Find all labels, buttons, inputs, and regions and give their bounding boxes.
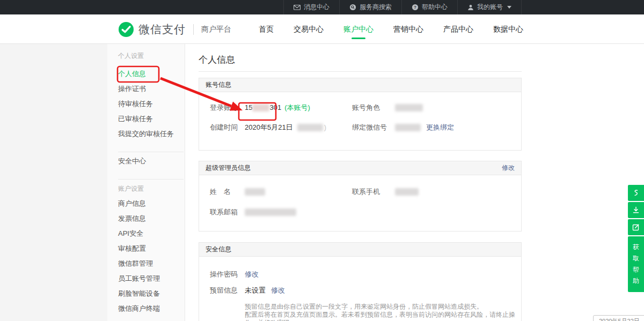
envelope-icon: [294, 4, 301, 11]
date-badge: 2020年5月22日: [593, 315, 644, 321]
nav-transaction-center[interactable]: 交易中心: [294, 25, 324, 34]
main-content: 个人信息 账号信息 登录账号 15301 (本账号) 账号角色: [186, 44, 644, 321]
topbar-item-help-center[interactable]: ? 帮助中心: [401, 0, 457, 14]
topbar-item-label: 服务商搜索: [360, 3, 392, 12]
admin-info-header: 超级管理员信息 修改: [199, 161, 521, 175]
brand-name: 微信支付: [138, 22, 186, 37]
topbar-item-label: 我的账号: [477, 3, 503, 12]
sidebar-item-my-submitted-tasks[interactable]: 我提交的审核任务: [118, 126, 185, 141]
reserve-edit-link[interactable]: 修改: [271, 286, 285, 295]
page-body: 个人设置 个人信息 操作证书 待审核任务 已审核任务 我提交的审核任务 安全中心…: [0, 44, 644, 321]
security-info-body: 操作密码 修改 预留信息 未设置 修改 预留信息是由你自己设置的一段文字，用来鉴…: [199, 257, 521, 321]
svg-text:?: ?: [414, 5, 416, 10]
contact-email-label: 联系邮箱: [210, 207, 245, 217]
sidebar-item-face-smart-devices[interactable]: 刷脸智能设备: [118, 286, 185, 301]
nav-product-center[interactable]: 产品中心: [443, 25, 473, 34]
reserve-info-label: 预留信息: [210, 286, 245, 295]
user-icon: [467, 4, 474, 11]
operation-password-label: 操作密码: [210, 270, 245, 279]
sidebar-item-wechat-group-management[interactable]: 微信群管理: [118, 256, 185, 271]
chevron-down-icon: [507, 6, 511, 9]
admin-edit-link[interactable]: 修改: [502, 163, 515, 173]
current-account-tag: (本账号): [284, 103, 310, 113]
topbar-item-my-account[interactable]: 我的账号: [457, 0, 522, 14]
topbar-menu: 消息中心 服务商搜索 ? 帮助中心 我的账号: [283, 0, 522, 14]
portal-name: 商户平台: [201, 25, 231, 34]
redacted-email: [245, 208, 296, 216]
redacted-login-middle: [252, 104, 269, 111]
redacted-name: [245, 188, 265, 196]
left-gutter: [0, 44, 107, 321]
header: 微信支付 商户平台 首页 交易中心 账户中心 营销中心 产品中心 数据中心: [0, 14, 644, 44]
redacted-phone: [395, 188, 419, 196]
topbar-item-label: 帮助中心: [422, 3, 448, 12]
login-account-value: 15301: [245, 103, 281, 111]
question-icon: ?: [412, 4, 419, 11]
admin-info-body: 姓 名 联系手机 联系邮箱: [199, 175, 521, 231]
page-title: 个人信息: [199, 54, 644, 65]
brand-separator: [193, 24, 194, 35]
topbar: 消息中心 服务商搜索 ? 帮助中心 我的账号: [0, 0, 644, 14]
sidebar-item-pending-review-tasks[interactable]: 待审核任务: [118, 96, 185, 111]
sidebar-group-personal-settings: 个人设置: [118, 51, 185, 60]
search-icon: [349, 4, 356, 11]
get-help-button[interactable]: 获取帮助: [628, 236, 644, 292]
download-icon: [632, 206, 640, 214]
sidebar-item-reviewed-tasks[interactable]: 已审核任务: [118, 111, 185, 126]
created-time-value: 2020年5月21日): [245, 123, 326, 132]
nav-home[interactable]: 首页: [259, 25, 274, 34]
name-label: 姓 名: [210, 187, 245, 197]
rebind-link[interactable]: 更换绑定: [426, 123, 454, 132]
s-curve-icon: [632, 189, 640, 197]
sidebar-item-staff-account-management[interactable]: 员工账号管理: [118, 271, 185, 286]
feedback-button[interactable]: [628, 219, 644, 235]
sidebar-item-api-security[interactable]: API安全: [118, 226, 185, 241]
nav-data-center[interactable]: 数据中心: [493, 25, 523, 34]
sidebar-item-security-center[interactable]: 安全中心: [118, 154, 185, 169]
sidebar-item-merchant-info[interactable]: 商户信息: [118, 196, 185, 211]
bound-wechat-label: 绑定微信号: [352, 123, 395, 132]
contact-phone-label: 联系手机: [352, 187, 395, 197]
sidebar-item-wechat-merchant-terminal[interactable]: 微信商户终端: [118, 301, 185, 316]
admin-info-section: 超级管理员信息 修改 姓 名 联系手机 联系邮箱: [199, 161, 522, 232]
title-divider: [199, 71, 522, 72]
sidebar-group-account-settings: 账户设置: [118, 184, 185, 193]
reserve-info-description: 预留信息是由你自己设置的一段文字，用来鉴定网站身份，防止假冒网站造成损失。 配置…: [245, 303, 521, 321]
redacted-created-time: [297, 124, 323, 131]
float-help-widget: 获取帮助: [628, 185, 644, 292]
section-title: 安全信息: [206, 245, 231, 254]
topbar-item-messages[interactable]: 消息中心: [283, 0, 339, 14]
brand[interactable]: 微信支付 商户平台: [118, 14, 231, 44]
download-button[interactable]: [628, 202, 644, 218]
section-title: 超级管理员信息: [206, 163, 251, 173]
get-help-label: 获取帮助: [633, 242, 640, 287]
account-info-header: 账号信息: [199, 78, 521, 92]
reserve-status: 未设置: [245, 286, 266, 295]
redacted-wechat-id: [395, 124, 421, 131]
sidebar: 个人设置 个人信息 操作证书 待审核任务 已审核任务 我提交的审核任务 安全中心…: [107, 44, 185, 321]
nav-marketing-center[interactable]: 营销中心: [393, 25, 423, 34]
login-account-label: 登录账号: [210, 103, 245, 113]
service-link-button[interactable]: [628, 185, 644, 201]
security-info-section: 安全信息 操作密码 修改 预留信息 未设置 修改 预留信息是由你自己设置的一段文…: [199, 242, 522, 321]
security-info-header: 安全信息: [199, 243, 521, 257]
account-role-label: 账号角色: [352, 103, 395, 113]
redacted-account-role: [395, 104, 423, 111]
nav-account-center[interactable]: 账户中心: [343, 25, 374, 34]
topbar-item-provider-search[interactable]: 服务商搜索: [339, 0, 401, 14]
sidebar-item-review-config[interactable]: 审核配置: [118, 241, 185, 256]
created-time-label: 创建时间: [210, 123, 245, 132]
topbar-item-label: 消息中心: [304, 3, 330, 12]
main-nav: 首页 交易中心 账户中心 营销中心 产品中心 数据中心: [239, 14, 523, 44]
section-title: 账号信息: [206, 80, 231, 89]
password-edit-link[interactable]: 修改: [245, 270, 259, 279]
sidebar-divider: [118, 152, 184, 152]
account-info-body: 登录账号 15301 (本账号) 账号角色 创建时间: [199, 92, 521, 150]
wechat-pay-logo-icon: [118, 21, 134, 38]
sidebar-divider: [118, 179, 184, 180]
account-info-section: 账号信息 登录账号 15301 (本账号) 账号角色: [199, 78, 522, 151]
sidebar-item-personal-info[interactable]: 个人信息: [118, 66, 185, 81]
sidebar-item-operation-certificate[interactable]: 操作证书: [118, 81, 185, 96]
edit-icon: [632, 223, 640, 232]
sidebar-item-invoice-info[interactable]: 发票信息: [118, 211, 185, 226]
